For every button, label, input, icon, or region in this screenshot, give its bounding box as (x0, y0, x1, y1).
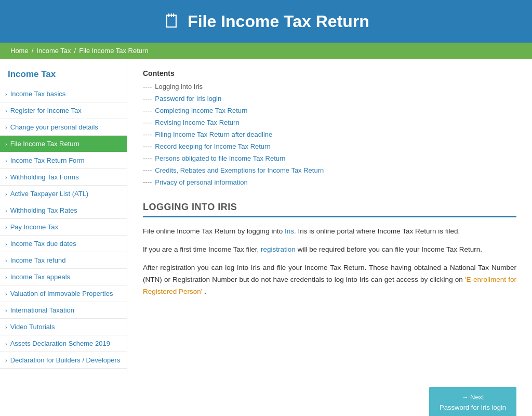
contents-link-7[interactable]: Credits, Rebates and Exemptions for Inco… (155, 166, 324, 174)
contents-dash-8: ---- (143, 178, 152, 186)
sidebar-item-5[interactable]: ›Withholding Tax Forms (0, 169, 127, 186)
contents-text-0: Logging into Iris (155, 83, 203, 90)
contents-dash-7: ---- (143, 166, 152, 174)
contents-item-8: ----Privacy of personal information (143, 178, 516, 186)
chevron-icon-12: › (5, 291, 7, 297)
sidebar-items-container: ›Income Tax basics›Register for Income T… (0, 86, 127, 369)
contents-list: ----Logging into Iris----Password for Ir… (143, 83, 516, 186)
breadcrumb-sep-1: / (32, 47, 34, 55)
body-link-0-1[interactable]: Iris. (285, 227, 296, 235)
contents-item-5: ----Record keeping for Income Tax Return (143, 142, 516, 150)
sidebar-item-label-0: Income Tax basics (10, 90, 66, 98)
chevron-icon-10: › (5, 257, 7, 264)
sidebar-item-6[interactable]: ›Active Taxpayer List (ATL) (0, 186, 127, 202)
chevron-icon-16: › (5, 357, 7, 363)
body-link-1-1[interactable]: registration (261, 245, 296, 253)
body-text-0-2: Iris is online portal where Income Tax R… (296, 227, 460, 235)
body-paragraph-1: If you are a first time Income Tax filer… (143, 244, 516, 256)
contents-dash-0: ---- (143, 83, 152, 90)
section-heading: LOGGING INTO IRIS (143, 202, 516, 217)
chevron-icon-9: › (5, 241, 7, 247)
contents-link-4[interactable]: Filing Income Tax Return after deadline (155, 131, 272, 138)
body-paragraph-0: File online Income Tax Return by logging… (143, 226, 516, 238)
body-text-1-0: If you are a first time Income Tax filer… (143, 245, 261, 253)
next-button[interactable]: → NextPassword for Iris login (429, 387, 516, 416)
sidebar-item-label-13: International Taxation (10, 306, 74, 314)
contents-item-7: ----Credits, Rebates and Exemptions for … (143, 166, 516, 174)
sidebar-item-15[interactable]: ›Assets Declaration Scheme 2019 (0, 335, 127, 352)
sidebar-item-0[interactable]: ›Income Tax basics (0, 86, 127, 102)
next-arrow: → (461, 393, 468, 401)
sidebar-item-2[interactable]: ›Change your personal details (0, 119, 127, 136)
breadcrumb-home[interactable]: Home (10, 47, 29, 55)
breadcrumb-income-tax[interactable]: Income Tax (36, 47, 71, 55)
chevron-icon-14: › (5, 324, 7, 330)
sidebar-item-label-5: Withholding Tax Forms (10, 173, 79, 181)
contents-dash-2: ---- (143, 107, 152, 114)
contents-item-1: ----Password for Iris login (143, 95, 516, 102)
body-text-0-0: File online Income Tax Return by logging… (143, 227, 285, 235)
sidebar-item-4[interactable]: ›Income Tax Return Form (0, 152, 127, 169)
contents-box: Contents ----Logging into Iris----Passwo… (143, 69, 516, 186)
body-text-2-2: . (202, 288, 206, 295)
contents-link-1[interactable]: Password for Iris login (155, 95, 221, 102)
sidebar-item-14[interactable]: ›Video Tutorials (0, 319, 127, 335)
contents-item-4: ----Filing Income Tax Return after deadl… (143, 131, 516, 138)
breadcrumb-sep-2: / (74, 47, 76, 55)
sidebar-item-label-8: Pay Income Tax (10, 223, 58, 231)
next-sublabel: Password for Iris login (440, 404, 506, 411)
contents-dash-5: ---- (143, 142, 152, 150)
sidebar-item-3[interactable]: ›File Income Tax Return (0, 136, 127, 152)
chevron-icon-4: › (5, 158, 7, 164)
sidebar-item-label-11: Income Tax appeals (10, 273, 70, 281)
sidebar-item-label-10: Income Tax refund (10, 256, 66, 264)
sidebar-item-11[interactable]: ›Income Tax appeals (0, 269, 127, 285)
page-wrapper: 🗒 File Income Tax Return Home / Income T… (0, 0, 532, 416)
body-text-2-0: After registration you can log into Iris… (143, 264, 516, 283)
sidebar-item-label-4: Income Tax Return Form (10, 157, 85, 164)
sidebar-item-label-14: Video Tutorials (10, 323, 55, 331)
sidebar-title: Income Tax (0, 67, 127, 86)
sidebar-item-label-15: Assets Declaration Scheme 2019 (10, 340, 110, 347)
page-title: File Income Tax Return (188, 12, 369, 31)
chevron-icon-15: › (5, 341, 7, 347)
section-paragraphs: File online Income Tax Return by logging… (143, 226, 516, 298)
sidebar-item-13[interactable]: ›International Taxation (0, 302, 127, 319)
chevron-icon-8: › (5, 224, 7, 230)
sidebar-item-16[interactable]: ›Declaration for Builders / Developers (0, 352, 127, 369)
contents-dash-3: ---- (143, 119, 152, 126)
contents-item-2: ----Completing Income Tax Return (143, 107, 516, 114)
contents-title: Contents (143, 69, 516, 77)
contents-link-5[interactable]: Record keeping for Income Tax Return (155, 142, 270, 150)
file-tax-icon: 🗒 (163, 10, 181, 32)
body-text-1-2: will be required before you can file you… (296, 245, 482, 253)
sidebar-item-label-1: Register for Income Tax (10, 107, 82, 114)
chevron-icon-6: › (5, 191, 7, 197)
contents-link-6[interactable]: Persons obligated to file Income Tax Ret… (155, 154, 285, 162)
sidebar-item-7[interactable]: ›Withholding Tax Rates (0, 202, 127, 219)
sidebar-item-label-12: Valuation of Immovable Properties (10, 290, 113, 297)
sidebar-item-label-2: Change your personal details (10, 123, 98, 131)
contents-link-2[interactable]: Completing Income Tax Return (155, 107, 247, 114)
sidebar-item-label-9: Income Tax due dates (10, 240, 76, 248)
contents-link-8[interactable]: Privacy of personal information (155, 178, 247, 186)
sidebar-item-9[interactable]: ›Income Tax due dates (0, 236, 127, 252)
contents-dash-1: ---- (143, 95, 152, 102)
chevron-icon-5: › (5, 174, 7, 180)
contents-link-3[interactable]: Revising Income Tax Return (155, 119, 239, 126)
breadcrumb-current: File Income Tax Return (79, 47, 148, 55)
next-btn-container: → NextPassword for Iris login (0, 376, 532, 416)
page-header: 🗒 File Income Tax Return (0, 0, 532, 43)
sidebar-item-label-7: Withholding Tax Rates (10, 206, 77, 214)
main-layout: Income Tax ›Income Tax basics›Register f… (0, 59, 532, 376)
chevron-icon-13: › (5, 307, 7, 314)
contents-dash-6: ---- (143, 154, 152, 162)
next-label: Next (470, 393, 484, 401)
sidebar-item-1[interactable]: ›Register for Income Tax (0, 102, 127, 119)
sidebar-item-12[interactable]: ›Valuation of Immovable Properties (0, 285, 127, 302)
contents-dash-4: ---- (143, 131, 152, 138)
main-content: Contents ----Logging into Iris----Passwo… (127, 59, 532, 376)
sidebar-item-10[interactable]: ›Income Tax refund (0, 252, 127, 269)
sidebar-item-8[interactable]: ›Pay Income Tax (0, 219, 127, 236)
sidebar-item-label-16: Declaration for Builders / Developers (10, 356, 121, 364)
